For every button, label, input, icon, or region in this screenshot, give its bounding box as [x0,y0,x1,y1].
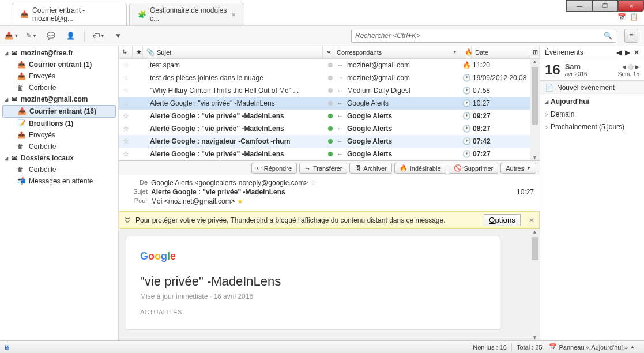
star-icon[interactable]: ☆ [119,74,133,82]
today-pane-toggle[interactable]: 📅 Panneau « Aujourd'hui » ▲ [543,343,641,351]
prev-day-icon[interactable]: ◀ [616,48,622,57]
list-scrollbar[interactable]: ▲▼ [530,59,540,160]
message-row[interactable]: ☆"Why Hillary Clinton Thrills the Hell O… [119,84,540,97]
col-correspondents[interactable]: Correspondants▼ [333,46,461,58]
col-junk[interactable]: 🔥 [461,46,472,58]
col-thread[interactable]: ↳ [119,46,133,58]
folder-sent[interactable]: 📤Envoyés [0,129,118,141]
other-button[interactable]: Autres▼ [500,163,536,174]
new-event-icon: 📄 [545,84,553,92]
delete-button[interactable]: 🚫Supprimer [449,163,499,174]
col-date[interactable]: Date [472,46,529,58]
maximize-button[interactable]: ❐ [592,0,618,12]
folder-draft[interactable]: 📝Brouillons (1) [0,118,118,129]
star-icon[interactable]: ☆ [119,150,133,158]
star-icon[interactable]: ☆ [119,137,133,145]
address-book-button[interactable]: 👤 [65,30,76,42]
col-subject[interactable]: Sujet [153,46,323,58]
folder-inbox[interactable]: 📥Courrier entrant (16) [2,105,116,118]
close-button[interactable]: ✕ [618,0,644,12]
minimize-button[interactable]: — [566,0,592,12]
fire-icon: 🔥 [462,61,473,69]
calendar-icon[interactable]: 📅 [617,13,626,21]
read-dot-icon [324,125,337,133]
next-day-icon[interactable]: ▶ [625,48,630,57]
message-row[interactable]: ☆Alerte Google : navigateur -Camfoot -rh… [119,135,540,148]
account-header[interactable]: ◢✉Dossiers locaux [0,152,118,164]
sent-icon: 📤 [17,72,25,80]
folder-trash[interactable]: 🗑Corbeille [0,82,118,93]
col-read[interactable]: ⚭ [323,46,333,58]
online-icon[interactable]: 🖥 [3,344,10,351]
forward-icon: → [304,165,311,172]
row-subject: Alerte Google : navigateur -Camfoot -rhu… [146,137,324,145]
tab-inbox[interactable]: 📥 Courrier entrant - mozinet@g... [12,3,127,25]
new-event-button[interactable]: 📄 Nouvel événement [540,81,644,95]
sent-icon: 📤 [17,131,25,139]
tab-addons[interactable]: 🧩 Gestionnaire de modules c... ✕ [129,3,244,25]
close-events-icon[interactable]: ✕ [634,48,639,57]
events-title: Événements [545,48,583,57]
star-icon[interactable]: ★ [237,197,243,205]
privacy-text: Pour protéger votre vie privée, Thunderb… [135,216,446,224]
forward-button[interactable]: →Transférer [299,163,347,174]
remote-content-warning: 🛡 Pour protéger votre vie privée, Thunde… [119,211,540,229]
search-box[interactable]: 🔍 [351,29,616,43]
archive-button[interactable]: 🗄Archiver [349,163,391,174]
col-star[interactable]: ★ [133,46,143,58]
star-icon[interactable]: ☆ [310,179,317,187]
direction-icon: → [337,61,347,69]
folder-inbox[interactable]: 📥Courrier entrant (1) [0,59,118,70]
row-date: 19/09/2012 20:08 [473,74,530,82]
star-icon[interactable]: ☆ [119,112,133,120]
tasks-icon[interactable]: 📋 [630,13,638,21]
to-value: Moi <mozinet@gmail.com> ★ [151,197,534,205]
folder-outbox[interactable]: 📬Messages en attente [0,175,118,187]
col-attach[interactable]: 📎 [143,46,153,58]
message-row[interactable]: ☆Alerte Google : "vie privée" -MadeInLen… [119,97,540,110]
col-picker[interactable]: ⊞ [529,46,540,58]
row-subject: Alerte Google : "vie privée" -MadeInLens [146,99,324,107]
reader-scrollbar[interactable]: ▲▼ [530,229,540,340]
close-tab-icon[interactable]: ✕ [231,12,236,18]
star-icon[interactable]: ☆ [119,61,133,69]
dismiss-warning-icon[interactable]: ✕ [529,216,534,224]
tag-button[interactable]: 🏷▼ [93,30,104,42]
shield-icon: 🛡 [124,216,131,224]
read-dot-icon [324,150,337,158]
outbox-icon: 📬 [17,177,25,185]
folder-trash[interactable]: 🗑Corbeille [0,164,118,175]
account-header[interactable]: ◢✉mozinet@gmail.com [0,93,118,105]
message-row[interactable]: ☆Alerte Google : "vie privée" -MadeInLen… [119,110,540,122]
message-row[interactable]: ☆Alerte Google : "vie privée" -MadeInLen… [119,122,540,135]
chat-button[interactable]: 💬 [45,30,57,42]
star-icon[interactable]: ☆ [119,125,133,133]
search-input[interactable] [355,32,604,40]
message-row[interactable]: ☆test des pièces jointes dans le nuage→m… [119,72,540,84]
junk-button[interactable]: 🔥Indésirable [394,163,446,174]
to-label: Pour [125,197,148,205]
from-value: Google Alerts <googlealerts-noreply@goog… [151,179,534,187]
filter-button[interactable]: ▼ [112,30,124,42]
row-subject: Alerte Google : "vie privée" -MadeInLens [146,150,324,158]
star-icon[interactable]: ☆ [119,87,133,95]
message-row[interactable]: ☆test spam→mozinet@gmail.com🔥11:20 [119,59,540,72]
options-button[interactable]: Options [484,214,521,226]
event-group[interactable]: ◢Aujourd'hui [540,95,644,108]
account-header[interactable]: ◢✉mozinet@free.fr [0,47,118,59]
write-button[interactable]: ✎▼ [25,30,37,42]
event-group[interactable]: ▷Prochainement (5 jours) [540,121,644,133]
search-icon[interactable]: 🔍 [604,32,612,40]
delete-icon: 🚫 [454,164,462,172]
clock-icon: 🕐 [462,87,473,95]
star-icon[interactable]: ☆ [119,99,133,107]
read-dot-icon [324,112,337,120]
app-menu-button[interactable]: ≡ [624,29,638,43]
event-group[interactable]: ▷Demain [540,108,644,121]
get-mail-button[interactable]: 📥▼ [6,30,17,42]
folder-trash[interactable]: 🗑Corbeille [0,141,118,152]
reply-button[interactable]: ↩Répondre [251,163,297,174]
clock-icon: 🕐 [462,99,473,107]
message-row[interactable]: ☆Alerte Google : "vie privée" -MadeInLen… [119,148,540,160]
folder-sent[interactable]: 📤Envoyés [0,70,118,82]
